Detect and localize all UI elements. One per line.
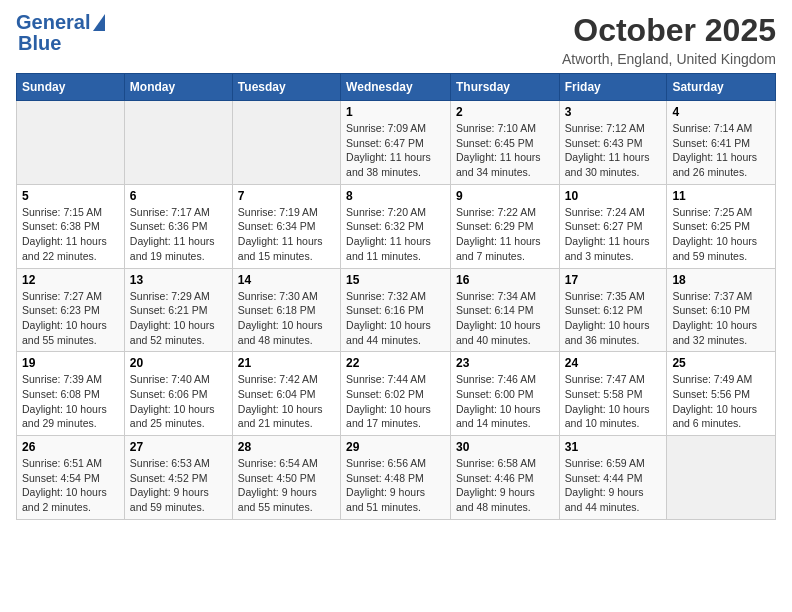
calendar-week-row: 12Sunrise: 7:27 AM Sunset: 6:23 PM Dayli… [17,268,776,352]
table-row: 2Sunrise: 7:10 AM Sunset: 6:45 PM Daylig… [450,101,559,185]
table-row: 24Sunrise: 7:47 AM Sunset: 5:58 PM Dayli… [559,352,667,436]
day-number: 5 [22,189,119,203]
table-row: 13Sunrise: 7:29 AM Sunset: 6:21 PM Dayli… [124,268,232,352]
logo-general: General [16,12,90,33]
table-row: 17Sunrise: 7:35 AM Sunset: 6:12 PM Dayli… [559,268,667,352]
day-number: 14 [238,273,335,287]
table-row: 21Sunrise: 7:42 AM Sunset: 6:04 PM Dayli… [232,352,340,436]
table-row: 1Sunrise: 7:09 AM Sunset: 6:47 PM Daylig… [341,101,451,185]
day-info: Sunrise: 7:19 AM Sunset: 6:34 PM Dayligh… [238,205,335,264]
table-row: 22Sunrise: 7:44 AM Sunset: 6:02 PM Dayli… [341,352,451,436]
day-number: 15 [346,273,445,287]
col-friday: Friday [559,74,667,101]
day-number: 23 [456,356,554,370]
day-info: Sunrise: 7:20 AM Sunset: 6:32 PM Dayligh… [346,205,445,264]
calendar-table: Sunday Monday Tuesday Wednesday Thursday… [16,73,776,520]
table-row: 3Sunrise: 7:12 AM Sunset: 6:43 PM Daylig… [559,101,667,185]
day-number: 4 [672,105,770,119]
day-number: 13 [130,273,227,287]
table-row: 12Sunrise: 7:27 AM Sunset: 6:23 PM Dayli… [17,268,125,352]
table-row: 30Sunrise: 6:58 AM Sunset: 4:46 PM Dayli… [450,436,559,520]
day-info: Sunrise: 7:09 AM Sunset: 6:47 PM Dayligh… [346,121,445,180]
table-row [124,101,232,185]
table-row: 27Sunrise: 6:53 AM Sunset: 4:52 PM Dayli… [124,436,232,520]
day-info: Sunrise: 7:35 AM Sunset: 6:12 PM Dayligh… [565,289,662,348]
day-info: Sunrise: 7:39 AM Sunset: 6:08 PM Dayligh… [22,372,119,431]
day-number: 29 [346,440,445,454]
day-number: 10 [565,189,662,203]
day-info: Sunrise: 7:44 AM Sunset: 6:02 PM Dayligh… [346,372,445,431]
title-block: October 2025 Atworth, England, United Ki… [562,12,776,67]
day-number: 11 [672,189,770,203]
day-number: 12 [22,273,119,287]
calendar-week-row: 26Sunrise: 6:51 AM Sunset: 4:54 PM Dayli… [17,436,776,520]
day-info: Sunrise: 7:15 AM Sunset: 6:38 PM Dayligh… [22,205,119,264]
day-number: 2 [456,105,554,119]
day-info: Sunrise: 7:14 AM Sunset: 6:41 PM Dayligh… [672,121,770,180]
day-number: 1 [346,105,445,119]
col-sunday: Sunday [17,74,125,101]
col-tuesday: Tuesday [232,74,340,101]
day-info: Sunrise: 6:56 AM Sunset: 4:48 PM Dayligh… [346,456,445,515]
day-number: 8 [346,189,445,203]
main-container: General Blue October 2025 Atworth, Engla… [0,0,792,528]
day-number: 7 [238,189,335,203]
day-number: 26 [22,440,119,454]
day-info: Sunrise: 7:37 AM Sunset: 6:10 PM Dayligh… [672,289,770,348]
day-number: 30 [456,440,554,454]
day-number: 19 [22,356,119,370]
day-info: Sunrise: 7:42 AM Sunset: 6:04 PM Dayligh… [238,372,335,431]
day-info: Sunrise: 7:25 AM Sunset: 6:25 PM Dayligh… [672,205,770,264]
calendar-week-row: 19Sunrise: 7:39 AM Sunset: 6:08 PM Dayli… [17,352,776,436]
day-number: 31 [565,440,662,454]
day-info: Sunrise: 6:53 AM Sunset: 4:52 PM Dayligh… [130,456,227,515]
day-info: Sunrise: 7:27 AM Sunset: 6:23 PM Dayligh… [22,289,119,348]
day-info: Sunrise: 7:34 AM Sunset: 6:14 PM Dayligh… [456,289,554,348]
day-number: 25 [672,356,770,370]
day-info: Sunrise: 6:54 AM Sunset: 4:50 PM Dayligh… [238,456,335,515]
table-row: 8Sunrise: 7:20 AM Sunset: 6:32 PM Daylig… [341,184,451,268]
table-row: 14Sunrise: 7:30 AM Sunset: 6:18 PM Dayli… [232,268,340,352]
day-info: Sunrise: 6:59 AM Sunset: 4:44 PM Dayligh… [565,456,662,515]
location: Atworth, England, United Kingdom [562,51,776,67]
table-row: 16Sunrise: 7:34 AM Sunset: 6:14 PM Dayli… [450,268,559,352]
table-row: 18Sunrise: 7:37 AM Sunset: 6:10 PM Dayli… [667,268,776,352]
table-row: 11Sunrise: 7:25 AM Sunset: 6:25 PM Dayli… [667,184,776,268]
table-row: 4Sunrise: 7:14 AM Sunset: 6:41 PM Daylig… [667,101,776,185]
day-info: Sunrise: 7:49 AM Sunset: 5:56 PM Dayligh… [672,372,770,431]
month-title: October 2025 [562,12,776,49]
col-thursday: Thursday [450,74,559,101]
table-row: 5Sunrise: 7:15 AM Sunset: 6:38 PM Daylig… [17,184,125,268]
day-number: 6 [130,189,227,203]
day-info: Sunrise: 7:10 AM Sunset: 6:45 PM Dayligh… [456,121,554,180]
day-number: 18 [672,273,770,287]
day-info: Sunrise: 7:17 AM Sunset: 6:36 PM Dayligh… [130,205,227,264]
logo-blue: Blue [18,33,105,54]
day-number: 20 [130,356,227,370]
table-row: 19Sunrise: 7:39 AM Sunset: 6:08 PM Dayli… [17,352,125,436]
table-row: 6Sunrise: 7:17 AM Sunset: 6:36 PM Daylig… [124,184,232,268]
table-row: 31Sunrise: 6:59 AM Sunset: 4:44 PM Dayli… [559,436,667,520]
table-row: 28Sunrise: 6:54 AM Sunset: 4:50 PM Dayli… [232,436,340,520]
day-number: 3 [565,105,662,119]
table-row: 26Sunrise: 6:51 AM Sunset: 4:54 PM Dayli… [17,436,125,520]
day-info: Sunrise: 7:47 AM Sunset: 5:58 PM Dayligh… [565,372,662,431]
day-info: Sunrise: 7:46 AM Sunset: 6:00 PM Dayligh… [456,372,554,431]
day-info: Sunrise: 7:30 AM Sunset: 6:18 PM Dayligh… [238,289,335,348]
table-row: 9Sunrise: 7:22 AM Sunset: 6:29 PM Daylig… [450,184,559,268]
table-row: 10Sunrise: 7:24 AM Sunset: 6:27 PM Dayli… [559,184,667,268]
day-number: 17 [565,273,662,287]
day-info: Sunrise: 7:22 AM Sunset: 6:29 PM Dayligh… [456,205,554,264]
day-number: 27 [130,440,227,454]
table-row: 15Sunrise: 7:32 AM Sunset: 6:16 PM Dayli… [341,268,451,352]
header: General Blue October 2025 Atworth, Engla… [16,12,776,67]
day-info: Sunrise: 6:58 AM Sunset: 4:46 PM Dayligh… [456,456,554,515]
day-info: Sunrise: 7:32 AM Sunset: 6:16 PM Dayligh… [346,289,445,348]
day-number: 9 [456,189,554,203]
day-number: 21 [238,356,335,370]
day-info: Sunrise: 7:29 AM Sunset: 6:21 PM Dayligh… [130,289,227,348]
day-number: 16 [456,273,554,287]
table-row [667,436,776,520]
day-info: Sunrise: 7:12 AM Sunset: 6:43 PM Dayligh… [565,121,662,180]
calendar-week-row: 1Sunrise: 7:09 AM Sunset: 6:47 PM Daylig… [17,101,776,185]
